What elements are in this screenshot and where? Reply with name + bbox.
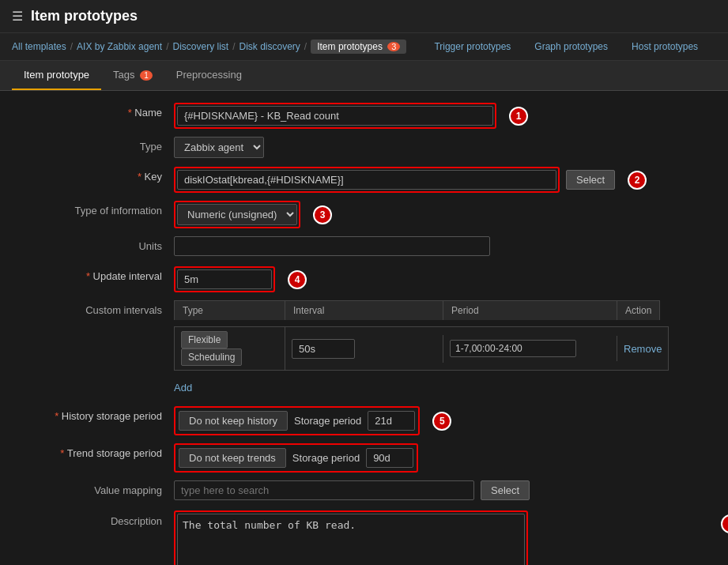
interval-value-cell — [285, 335, 443, 363]
key-label: Key — [16, 167, 174, 183]
breadcrumb-all-templates[interactable]: All templates — [12, 41, 66, 52]
remove-link[interactable]: Remove — [624, 343, 662, 355]
breadcrumb-host-prototypes[interactable]: Host prototypes — [632, 41, 698, 52]
trend-row: Trend storage period Do not keep trends … — [16, 443, 712, 473]
units-input[interactable] — [174, 236, 490, 256]
value-mapping-select-button[interactable]: Select — [481, 480, 530, 500]
annotation-6: 6 — [721, 514, 728, 533]
breadcrumb-disk-discovery[interactable]: Disk discovery — [240, 41, 300, 52]
type-info-label: Type of information — [16, 201, 174, 217]
tabs: Item prototype Tags 1 Preprocessing — [0, 61, 728, 91]
history-label: History storage period — [16, 406, 174, 422]
value-mapping-input[interactable] — [174, 480, 474, 500]
breadcrumb-graph-prototypes[interactable]: Graph prototypes — [534, 41, 608, 52]
header: ☰ Item prototypes — [0, 0, 728, 33]
breadcrumb: All templates / AIX by Zabbix agent / Di… — [0, 33, 728, 61]
interval-period-cell — [443, 336, 617, 361]
col-type: Type — [175, 301, 285, 320]
units-label: Units — [16, 236, 174, 252]
no-trends-btn[interactable]: Do not keep trends — [179, 448, 286, 468]
breadcrumb-aix[interactable]: AIX by Zabbix agent — [77, 41, 162, 52]
type-info-row: Type of information Numeric (unsigned) F… — [16, 201, 712, 228]
add-interval-link[interactable]: Add — [174, 382, 192, 394]
interval-row: Flexible Scheduling Remove — [174, 326, 669, 371]
key-input[interactable] — [177, 170, 556, 190]
breadcrumb-trigger-prototypes[interactable]: Trigger prototypes — [434, 41, 511, 52]
name-input[interactable] — [177, 106, 493, 126]
breadcrumb-item-prototypes[interactable]: Item prototypes 3 — [311, 40, 406, 54]
breadcrumb-discovery-list[interactable]: Discovery list — [172, 41, 228, 52]
update-row: Update interval 4 — [16, 266, 712, 292]
update-input[interactable] — [177, 269, 272, 289]
annotation-4: 4 — [288, 270, 307, 289]
annotation-1: 1 — [509, 107, 528, 126]
custom-intervals-label: Custom intervals — [16, 300, 174, 316]
scheduling-btn[interactable]: Scheduling — [181, 348, 242, 366]
key-row: Key Select 2 — [16, 167, 712, 193]
trend-storage-label: Storage period — [292, 452, 360, 464]
trend-label: Trend storage period — [16, 443, 174, 459]
period-input[interactable] — [450, 340, 576, 357]
description-label: Description — [16, 510, 174, 527]
col-interval: Interval — [285, 301, 443, 320]
type-select[interactable]: Zabbix agent — [174, 137, 264, 158]
custom-intervals-row: Custom intervals Type Interval Period Ac… — [16, 300, 712, 398]
annotation-5: 5 — [432, 412, 451, 431]
type-row: Type Zabbix agent — [16, 137, 712, 159]
name-row: Name 1 — [16, 103, 712, 129]
history-storage-label: Storage period — [294, 415, 361, 427]
value-mapping-label: Value mapping — [16, 480, 174, 496]
units-row: Units — [16, 236, 712, 258]
type-info-wrap: Numeric (unsigned) Float Character Log T… — [174, 201, 300, 228]
annotation-3: 3 — [313, 205, 332, 224]
trend-value-input[interactable] — [366, 448, 413, 468]
tab-item-prototype[interactable]: Item prototype — [12, 61, 101, 90]
key-select-button[interactable]: Select — [566, 170, 615, 190]
col-action: Action — [617, 301, 659, 320]
hamburger-icon[interactable]: ☰ — [12, 9, 23, 24]
form-content: Name 1 Type Zabbix agent Key Select 2 Ty… — [0, 91, 728, 565]
flexible-btn[interactable]: Flexible — [181, 331, 228, 348]
tab-preprocessing[interactable]: Preprocessing — [164, 61, 254, 90]
col-period: Period — [443, 301, 617, 320]
description-textarea[interactable]: The total number of KB read. — [177, 514, 525, 565]
annotation-2: 2 — [628, 171, 647, 190]
history-value-input[interactable] — [368, 411, 415, 431]
intervals-header: Type Interval Period Action — [174, 300, 660, 320]
type-info-select[interactable]: Numeric (unsigned) Float Character Log T… — [177, 204, 297, 225]
no-history-btn[interactable]: Do not keep history — [179, 411, 288, 431]
tab-tags[interactable]: Tags 1 — [101, 61, 164, 90]
value-mapping-row: Value mapping Select — [16, 480, 712, 503]
page-title: Item prototypes — [31, 8, 138, 24]
update-label: Update interval — [16, 266, 174, 282]
name-label: Name — [16, 103, 174, 119]
interval-action-cell: Remove — [617, 339, 668, 359]
type-label: Type — [16, 137, 174, 153]
history-row: History storage period Do not keep histo… — [16, 406, 712, 435]
description-row: Description The total number of KB read.… — [16, 510, 712, 565]
interval-value-input[interactable] — [292, 339, 355, 359]
interval-type-cell: Flexible Scheduling — [175, 327, 285, 370]
